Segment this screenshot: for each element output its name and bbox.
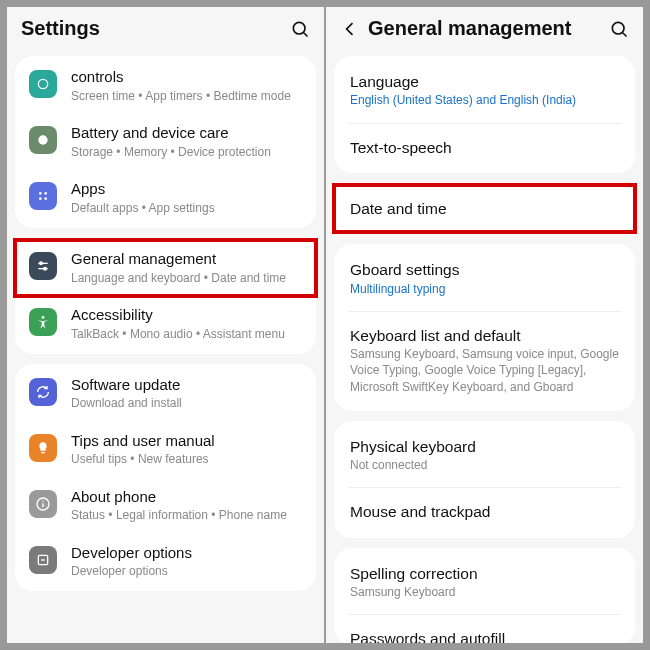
gm-row[interactable]: Keyboard list and defaultSamsung Keyboar… [334,312,635,409]
svg-point-4 [39,192,42,195]
gm-row[interactable]: Mouse and trackpad [334,488,635,535]
row-subtitle: Not connected [350,457,619,473]
general-management-panel: General management LanguageEnglish (Unit… [326,7,643,643]
sliders-icon [29,252,57,280]
settings-row[interactable]: About phoneStatus • Legal information • … [15,478,316,534]
svg-rect-13 [41,452,45,453]
row-label: Text-to-speech [350,138,619,157]
row-label: controls [71,68,302,87]
svg-point-11 [44,267,47,270]
gm-header: General management [326,7,643,46]
row-subtitle: Samsung Keyboard [350,584,619,600]
row-label: Gboard settings [350,260,619,279]
gm-card: Physical keyboardNot connectedMouse and … [334,421,635,538]
update-icon [29,378,57,406]
row-label: Developer options [71,544,302,563]
gm-list[interactable]: LanguageEnglish (United States) and Engl… [326,46,643,643]
svg-point-6 [39,197,42,200]
settings-card: General managementLanguage and keyboard … [15,238,316,354]
svg-line-20 [623,32,627,36]
search-icon[interactable] [609,19,629,39]
row-subtitle: English (United States) and English (Ind… [350,92,619,108]
dev-icon [29,546,57,574]
gm-card: Gboard settingsMultilingual typingKeyboa… [334,244,635,411]
row-subtitle: Storage • Memory • Device protection [71,144,302,160]
settings-title: Settings [21,17,282,40]
gm-row[interactable]: Gboard settingsMultilingual typing [334,246,635,311]
svg-point-10 [40,262,43,265]
gm-row[interactable]: Date and time [334,185,635,232]
tips-icon [29,434,57,462]
gm-card: Spelling correctionSamsung KeyboardPassw… [334,548,635,643]
row-label: Keyboard list and default [350,326,619,345]
svg-point-19 [612,22,624,34]
row-subtitle: TalkBack • Mono audio • Assistant menu [71,326,302,342]
gm-row[interactable]: Passwords and autofill [334,615,635,643]
gm-card: Date and time [334,183,635,234]
row-label: Software update [71,376,302,395]
settings-row[interactable]: Tips and user manualUseful tips • New fe… [15,422,316,478]
gm-row[interactable]: Text-to-speech [334,124,635,171]
row-subtitle: Download and install [71,395,302,411]
circle-icon [29,70,57,98]
settings-row[interactable]: controlsScreen time • App timers • Bedti… [15,58,316,114]
row-label: General management [71,250,302,269]
gm-row[interactable]: LanguageEnglish (United States) and Engl… [334,58,635,123]
search-icon[interactable] [290,19,310,39]
row-subtitle: Multilingual typing [350,281,619,297]
row-label: Tips and user manual [71,432,302,451]
svg-point-3 [38,135,47,144]
settings-card: controlsScreen time • App timers • Bedti… [15,56,316,228]
row-label: Battery and device care [71,124,302,143]
back-icon[interactable] [340,19,360,39]
settings-row[interactable]: AccessibilityTalkBack • Mono audio • Ass… [15,296,316,352]
settings-panel: Settings controlsScreen time • App timer… [7,7,324,643]
settings-row[interactable]: Developer optionsDeveloper options [15,534,316,590]
settings-header: Settings [7,7,324,46]
settings-row[interactable]: General managementLanguage and keyboard … [15,240,316,296]
settings-row[interactable]: Software updateDownload and install [15,366,316,422]
accessibility-icon [29,308,57,336]
svg-point-5 [44,192,47,195]
row-subtitle: Default apps • App settings [71,200,302,216]
row-label: Language [350,72,619,91]
svg-point-12 [42,316,45,319]
svg-point-7 [44,197,47,200]
apps-icon [29,182,57,210]
row-label: Physical keyboard [350,437,619,456]
row-label: About phone [71,488,302,507]
row-label: Date and time [350,199,619,218]
settings-list[interactable]: controlsScreen time • App timers • Bedti… [7,46,324,601]
settings-card: Software updateDownload and installTips … [15,364,316,592]
svg-point-16 [42,500,43,501]
row-label: Spelling correction [350,564,619,583]
row-subtitle: Samsung Keyboard, Samsung voice input, G… [350,346,619,395]
svg-point-0 [293,22,305,34]
info-icon [29,490,57,518]
row-label: Passwords and autofill [350,629,619,643]
row-label: Apps [71,180,302,199]
svg-line-1 [304,32,308,36]
row-subtitle: Useful tips • New features [71,451,302,467]
row-subtitle: Language and keyboard • Date and time [71,270,302,286]
gm-row[interactable]: Spelling correctionSamsung Keyboard [334,550,635,615]
settings-row[interactable]: Battery and device careStorage • Memory … [15,114,316,170]
row-label: Mouse and trackpad [350,502,619,521]
row-subtitle: Developer options [71,563,302,579]
gm-row[interactable]: Physical keyboardNot connected [334,423,635,488]
row-label: Accessibility [71,306,302,325]
svg-point-2 [38,79,47,88]
gm-title: General management [368,17,601,40]
settings-row[interactable]: AppsDefault apps • App settings [15,170,316,226]
battery-icon [29,126,57,154]
gm-card: LanguageEnglish (United States) and Engl… [334,56,635,173]
row-subtitle: Screen time • App timers • Bedtime mode [71,88,302,104]
row-subtitle: Status • Legal information • Phone name [71,507,302,523]
